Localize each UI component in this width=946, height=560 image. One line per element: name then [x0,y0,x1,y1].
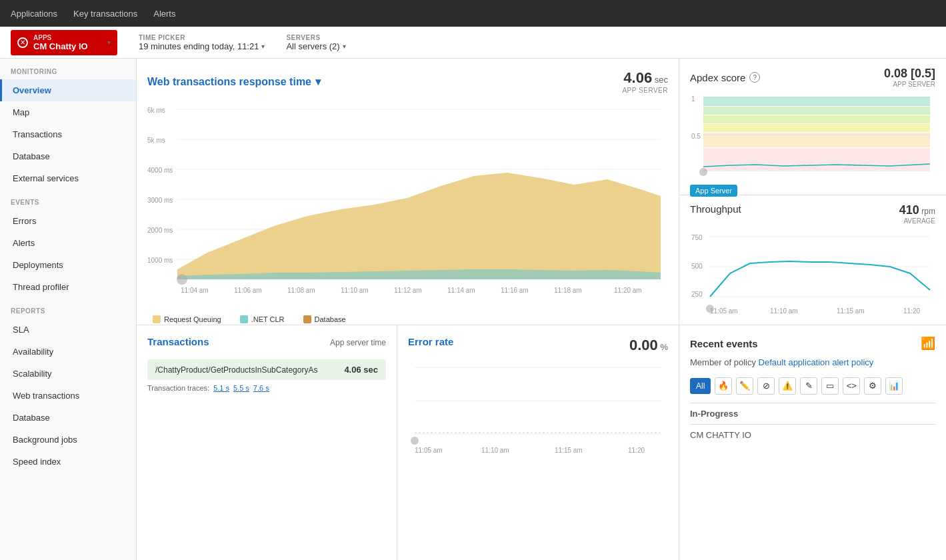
events-panel: Recent events 📶 Member of policy Default… [679,325,946,560]
sidebar-item-speed-index[interactable]: Speed index [0,451,136,473]
svg-text:11:15 am: 11:15 am [555,447,583,454]
svg-rect-27 [703,107,930,115]
sidebar-item-database-report[interactable]: Database [0,407,136,429]
transaction-time: 4.06 sec [344,365,378,375]
trace-link-3[interactable]: 7.6 s [253,384,269,392]
time-picker-value: 19 minutes ending today, 11:21 ▾ [139,41,265,51]
nav-alerts[interactable]: Alerts [153,3,175,24]
main-chart-title[interactable]: Web transactions response time ▾ [147,75,321,88]
throughput-avg-label: AVERAGE [899,217,935,225]
sidebar-item-alerts[interactable]: Alerts [0,232,136,254]
events-section-label: EVENTS [0,189,136,210]
sidebar-item-thread-profiler[interactable]: Thread profiler [0,276,136,298]
main-chart-stat: 4.06 sec APP SERVER [622,69,668,94]
apdex-info-icon[interactable]: ? [749,72,760,83]
legend-database[interactable]: Database [298,313,351,325]
svg-text:1000 ms: 1000 ms [147,257,173,264]
sidebar-item-scalability[interactable]: Scalability [0,363,136,385]
sidebar-item-web-transactions[interactable]: Web transactions [0,385,136,407]
svg-text:11:20: 11:20 [628,447,645,454]
svg-text:11:06 am: 11:06 am [234,287,262,294]
filter-edit-icon[interactable]: ✏️ [736,377,753,395]
error-header: Error rate 0.00 % [408,336,668,354]
sidebar-item-map[interactable]: Map [0,101,136,123]
apdex-score: 0.08 [0.5] APP SERVER [884,67,935,88]
chart-legend: Request Queuing .NET CLR Database [147,313,668,325]
svg-point-49 [411,437,419,445]
svg-text:4000 ms: 4000 ms [147,167,173,174]
svg-text:11:15 am: 11:15 am [837,307,865,315]
filter-pencil-icon[interactable]: ✎ [800,377,817,395]
transactions-subtitle: App server time [330,338,386,347]
svg-text:11:20: 11:20 [903,307,920,315]
svg-text:11:14 am: 11:14 am [447,287,475,294]
sidebar-item-deployments[interactable]: Deployments [0,254,136,276]
svg-rect-31 [703,148,930,171]
svg-text:5k ms: 5k ms [147,137,165,144]
throughput-svg: 750 500 250 11:05 am 11:10 am [690,230,937,317]
time-picker-label: TIME PICKER [139,34,265,41]
time-picker[interactable]: TIME PICKER 19 minutes ending today, 11:… [139,34,265,51]
filter-screen-icon[interactable]: ▭ [821,377,839,395]
policy-link[interactable]: Default application alert policy [759,357,874,367]
apdex-value: 0.08 [0.5] [884,67,935,81]
svg-text:0.5: 0.5 [691,133,701,140]
svg-text:11:16 am: 11:16 am [501,287,529,294]
error-panel: Error rate 0.00 % [397,325,679,560]
events-filter-row: All 🔥 ✏️ ⊘ ⚠️ ✎ ▭ <> ⚙ 📊 [690,377,935,395]
app-server-tag[interactable]: App Server [690,185,737,197]
svg-rect-26 [703,97,930,106]
events-divider-2 [690,424,935,425]
apdex-header: Apdex score ? 0.08 [0.5] APP SERVER [690,67,935,88]
main-chart-unit: sec [655,75,668,85]
svg-text:250: 250 [691,291,703,298]
error-panel-title[interactable]: Error rate [408,336,453,347]
apdex-server-label: APP SERVER [884,81,935,88]
sidebar-item-availability[interactable]: Availability [0,341,136,363]
svg-text:3000 ms: 3000 ms [147,197,173,204]
svg-text:1: 1 [691,95,695,103]
servers-picker[interactable]: SERVERS All servers (2) ▾ [286,34,345,51]
main-layout: MONITORING Overview Map Transactions Dat… [0,59,946,560]
legend-net-clr[interactable]: .NET CLR [235,313,290,325]
trace-link-2[interactable]: 5.5 s [233,384,249,392]
trace-link-1[interactable]: 5.1 s [213,384,229,392]
sidebar-item-external-services[interactable]: External services [0,167,136,189]
error-unit: % [660,342,668,352]
content-area: Web transactions response time ▾ 4.06 se… [137,59,946,560]
svg-text:750: 750 [691,234,703,241]
sidebar-item-errors[interactable]: Errors [0,210,136,232]
filter-circle-x-icon[interactable]: ⊘ [757,377,775,395]
svg-text:11:20 am: 11:20 am [614,287,642,294]
policy-text: Member of policy Default application ale… [690,356,935,369]
svg-text:11:12 am: 11:12 am [394,287,422,294]
filter-all-btn[interactable]: All [690,378,711,394]
apdex-title: Apdex score ? [690,72,760,83]
legend-request-queuing[interactable]: Request Queuing [147,313,227,325]
main-chart-svg: 6k ms 5k ms 4000 ms 3000 ms 2000 ms 1000… [147,99,667,306]
sidebar-item-database[interactable]: Database [0,145,136,167]
sidebar-item-overview[interactable]: Overview [0,79,136,101]
filter-fire-icon[interactable]: 🔥 [715,377,732,395]
apdex-panel: Apdex score ? 0.08 [0.5] APP SERVER 1 [679,59,946,195]
filter-gear-icon[interactable]: ⚙ [864,377,881,395]
legend-clr-label: .NET CLR [251,315,285,323]
main-chart-dropdown-icon[interactable]: ▾ [315,75,321,88]
nav-applications[interactable]: Applications [11,3,57,24]
sidebar-item-transactions[interactable]: Transactions [0,123,136,145]
throughput-title: Throughput [690,203,741,215]
transaction-name: /ChattyProduct/GetProductsInSubCategoryA… [155,365,317,375]
monitoring-section-label: MONITORING [0,59,136,79]
main-chart-panel: Web transactions response time ▾ 4.06 se… [137,59,679,325]
nav-key-transactions[interactable]: Key transactions [73,3,137,24]
legend-db-dot [303,315,311,323]
filter-code-icon[interactable]: <> [843,377,860,395]
filter-warning-icon[interactable]: ⚠️ [779,377,796,395]
apps-selector[interactable]: ✕ APPS CM Chatty IO ▾ [11,30,117,55]
main-chart-value: 4.06 [623,69,652,86]
sidebar-item-background-jobs[interactable]: Background jobs [0,429,136,451]
transactions-panel-title[interactable]: Transactions [147,336,209,347]
transactions-panel: Transactions App server time /ChattyProd… [137,325,397,560]
sidebar-item-sla[interactable]: SLA [0,319,136,341]
filter-chart-icon[interactable]: 📊 [885,377,903,395]
